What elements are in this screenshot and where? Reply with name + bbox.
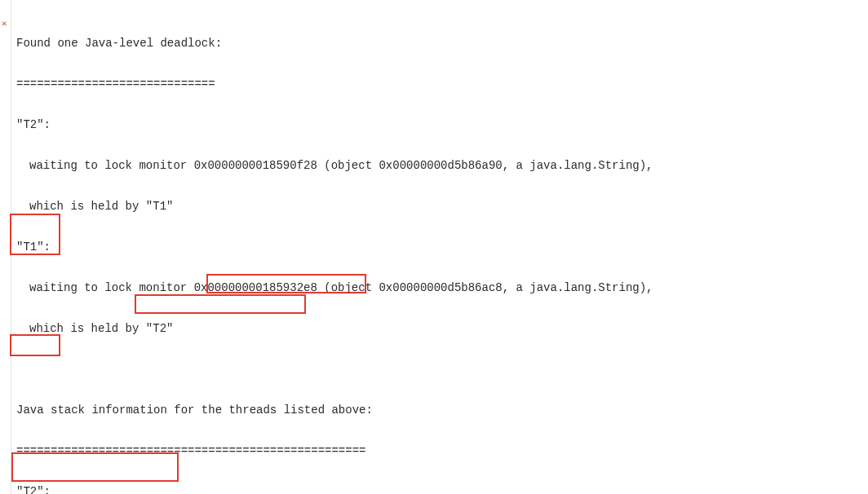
deadlock-header: Found one Java-level deadlock: <box>16 33 653 54</box>
gutter-close-icon[interactable]: ✕ <box>2 14 7 34</box>
t1-held-line: which is held by "T2" <box>16 319 653 339</box>
console-output: Found one Java-level deadlock: =========… <box>16 13 653 494</box>
t2-waiting-line: waiting to lock monitor 0x0000000018590f… <box>16 156 653 176</box>
separator: ============================= <box>16 74 653 95</box>
t1-waiting-line: waiting to lock monitor 0x00000000185932… <box>16 278 653 298</box>
thread-t1-label: "T1": <box>16 237 653 258</box>
separator: ========================================… <box>16 441 653 461</box>
stack-info-heading: Java stack information for the threads l… <box>16 400 653 421</box>
t2-held-line: which is held by "T1" <box>16 196 653 217</box>
thread-t2-label: "T2": <box>16 115 653 135</box>
editor-gutter: ✕ <box>0 0 11 494</box>
blank-line <box>16 359 653 380</box>
stack-t2-label: "T2": <box>16 482 653 494</box>
